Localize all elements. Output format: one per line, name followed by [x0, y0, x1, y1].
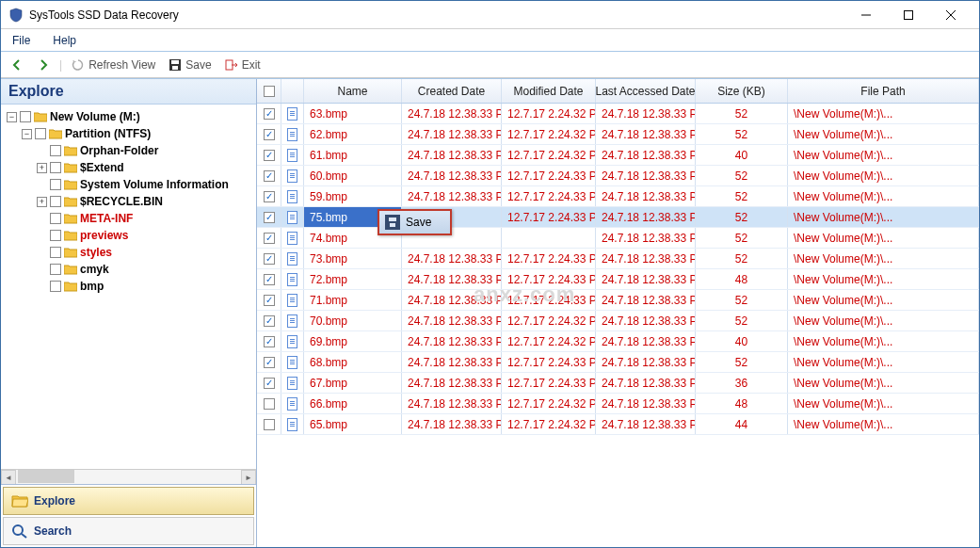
header-size[interactable]: Size (KB) [696, 79, 788, 103]
row-checkbox[interactable] [257, 269, 281, 289]
scroll-thumb[interactable] [18, 470, 74, 483]
folder-tree[interactable]: − New Volume (M:) − Part [1, 105, 256, 469]
row-checkbox[interactable] [257, 166, 281, 185]
cell-size: 40 [696, 145, 788, 165]
table-row[interactable]: 74.bmp24.7.18 12.38.33 PM52\New Volume(M… [257, 228, 979, 249]
refresh-button[interactable]: Refresh View [68, 56, 159, 73]
row-checkbox[interactable] [257, 249, 281, 268]
scroll-right-icon[interactable]: ► [241, 470, 256, 485]
table-row[interactable]: 69.bmp24.7.18 12.38.33 PM12.7.17 2.24.32… [257, 331, 979, 352]
tree-node[interactable]: previews [37, 227, 254, 244]
close-button[interactable] [929, 1, 972, 28]
checkbox[interactable] [50, 247, 61, 258]
row-checkbox[interactable] [257, 124, 281, 144]
tree-node[interactable]: cmyk [37, 261, 254, 278]
exit-button[interactable]: Exit [221, 56, 265, 73]
row-checkbox[interactable] [257, 373, 281, 393]
cell-created: 24.7.18 12.38.33 PM [402, 186, 502, 206]
table-row[interactable]: 70.bmp24.7.18 12.38.33 PM12.7.17 2.24.32… [257, 311, 979, 331]
table-row[interactable]: 68.bmp24.7.18 12.38.33 PM12.7.17 2.24.33… [257, 352, 979, 373]
minimize-button[interactable] [844, 1, 887, 28]
row-checkbox[interactable] [257, 394, 281, 413]
checkbox[interactable] [50, 230, 61, 241]
cell-path: \New Volume(M:)\... [788, 290, 979, 310]
checkbox[interactable] [35, 128, 46, 139]
cell-size: 52 [696, 186, 788, 206]
nav-back-button[interactable] [7, 56, 27, 73]
header-accessed[interactable]: Last Accessed Date [596, 79, 696, 103]
table-row[interactable]: 72.bmp24.7.18 12.38.33 PM12.7.17 2.24.33… [257, 269, 979, 290]
header-select-all[interactable] [257, 79, 281, 103]
checkbox[interactable] [50, 179, 61, 190]
table-row[interactable]: 61.bmp24.7.18 12.38.33 PM12.7.17 2.24.32… [257, 145, 979, 166]
row-checkbox[interactable] [257, 145, 281, 165]
tree-node[interactable]: styles [37, 244, 254, 261]
tree-node-root[interactable]: − New Volume (M:) [7, 108, 254, 125]
scroll-left-icon[interactable]: ◄ [1, 470, 16, 485]
checkbox[interactable] [50, 264, 61, 275]
expand-icon [37, 214, 47, 224]
grid-body[interactable]: 63.bmp24.7.18 12.38.33 PM12.7.17 2.24.32… [257, 104, 979, 547]
save-button[interactable]: Save [165, 56, 215, 73]
table-row[interactable]: 67.bmp24.7.18 12.38.33 PM12.7.17 2.24.33… [257, 373, 979, 394]
tree-node[interactable]: System Volume Information [37, 176, 254, 193]
save-icon [385, 215, 400, 230]
menu-file[interactable]: File [8, 32, 34, 49]
table-row[interactable]: 59.bmp24.7.18 12.38.33 PM12.7.17 2.24.33… [257, 186, 979, 207]
folder-icon [64, 247, 77, 258]
tree-horizontal-scrollbar[interactable]: ◄ ► [1, 469, 256, 484]
row-checkbox[interactable] [257, 228, 281, 248]
header-modified[interactable]: Modified Date [502, 79, 596, 103]
tree-node-partition[interactable]: − Partition (NTFS) [22, 125, 254, 142]
row-checkbox[interactable] [257, 104, 281, 123]
header-name[interactable]: Name [304, 79, 402, 103]
checkbox[interactable] [50, 145, 61, 156]
tree-node[interactable]: +$RECYCLE.BIN [37, 193, 254, 210]
context-save-item[interactable]: Save [381, 213, 448, 232]
checkbox[interactable] [50, 213, 61, 224]
expand-icon[interactable]: + [37, 163, 47, 173]
header-path[interactable]: File Path [788, 79, 979, 103]
table-row[interactable]: 66.bmp24.7.18 12.38.33 PM12.7.17 2.24.32… [257, 394, 979, 414]
tab-search[interactable]: Search [3, 517, 254, 545]
collapse-icon[interactable]: − [22, 129, 32, 139]
collapse-icon[interactable]: − [7, 112, 17, 122]
tree-node[interactable]: +$Extend [37, 159, 254, 176]
menu-help[interactable]: Help [49, 32, 80, 49]
grid-header: Name Created Date Modified Date Last Acc… [257, 79, 979, 104]
svg-rect-5 [171, 60, 179, 64]
table-row[interactable]: 73.bmp24.7.18 12.38.33 PM12.7.17 2.24.33… [257, 249, 979, 269]
header-created[interactable]: Created Date [402, 79, 502, 103]
expand-icon [37, 248, 47, 258]
table-row[interactable]: 60.bmp24.7.18 12.38.33 PM12.7.17 2.24.33… [257, 166, 979, 186]
table-row[interactable]: 65.bmp24.7.18 12.38.33 PM12.7.17 2.24.32… [257, 414, 979, 435]
expand-icon [37, 265, 47, 275]
tree-node[interactable]: Orphan-Folder [37, 142, 254, 159]
row-checkbox[interactable] [257, 311, 281, 330]
table-row[interactable]: 75.bmp12.7.17 2.24.33 PM24.7.18 12.38.33… [257, 207, 979, 228]
checkbox[interactable] [50, 196, 61, 207]
nav-forward-button[interactable] [33, 56, 54, 73]
row-checkbox[interactable] [257, 290, 281, 310]
cell-modified: 12.7.17 2.24.32 PM [502, 394, 596, 413]
cell-size: 44 [696, 414, 788, 434]
table-row[interactable]: 63.bmp24.7.18 12.38.33 PM12.7.17 2.24.32… [257, 104, 979, 124]
row-checkbox[interactable] [257, 331, 281, 351]
file-type-icon [281, 124, 304, 144]
checkbox[interactable] [50, 281, 61, 292]
checkbox[interactable] [20, 111, 31, 122]
tree-node[interactable]: META-INF [37, 210, 254, 227]
maximize-button[interactable] [887, 1, 929, 28]
cell-modified: 12.7.17 2.24.33 PM [502, 269, 596, 289]
file-type-icon [281, 228, 304, 248]
row-checkbox[interactable] [257, 186, 281, 206]
row-checkbox[interactable] [257, 352, 281, 372]
tab-explore[interactable]: Explore [3, 487, 254, 515]
tree-node[interactable]: bmp [37, 278, 254, 295]
row-checkbox[interactable] [257, 207, 281, 227]
checkbox[interactable] [50, 162, 61, 173]
table-row[interactable]: 71.bmp24.7.18 12.38.33 PM12.7.17 2.24.33… [257, 290, 979, 311]
table-row[interactable]: 62.bmp24.7.18 12.38.33 PM12.7.17 2.24.32… [257, 124, 979, 145]
expand-icon[interactable]: + [37, 197, 47, 207]
row-checkbox[interactable] [257, 414, 281, 434]
